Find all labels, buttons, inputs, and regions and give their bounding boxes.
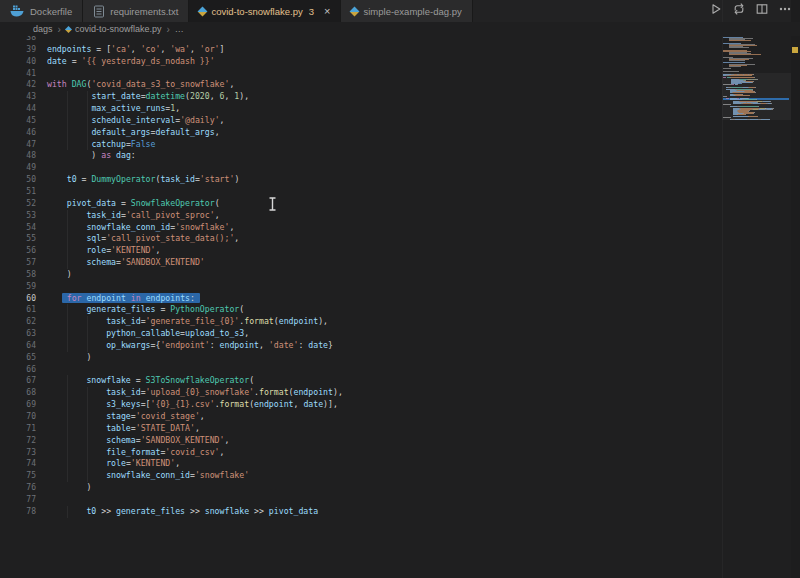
line-number[interactable]: 42 — [0, 79, 36, 91]
line-number[interactable]: 64 — [0, 340, 36, 352]
run-button[interactable] — [709, 2, 723, 20]
line-number[interactable]: 78 — [0, 506, 36, 518]
line-text: schedule_interval='@daily', — [47, 115, 225, 127]
line-number[interactable]: 65 — [0, 352, 36, 364]
code-line-42[interactable]: 42with DAG('covid_data_s3_to_snowflake', — [0, 79, 718, 91]
code-line-43[interactable]: 43 start_date=datetime(2020, 6, 1), — [0, 91, 718, 103]
code-line-59[interactable]: 59 — [0, 281, 718, 293]
code-line-68[interactable]: 68 task_id='upload_{0}_snowflake'.format… — [0, 387, 718, 399]
code-line-73[interactable]: 73 file_format='covid_csv', — [0, 447, 718, 459]
code-line-61[interactable]: 61 generate_files = PythonOperator( — [0, 304, 718, 316]
line-number[interactable]: 70 — [0, 411, 36, 423]
line-number[interactable]: 53 — [0, 210, 36, 222]
line-text: t0 >> generate_files >> snowflake >> piv… — [47, 506, 318, 518]
code-line-55[interactable]: 55 sql='call pivot_state_data();', — [0, 233, 718, 245]
line-number[interactable]: 63 — [0, 328, 36, 340]
close-icon[interactable]: × — [324, 6, 330, 17]
code-line-65[interactable]: 65 ) — [0, 352, 718, 364]
code-line-39[interactable]: 39endpoints = ['ca', 'co', 'wa', 'or'] — [0, 44, 718, 56]
code-line-66[interactable]: 66 — [0, 364, 718, 376]
mouse-cursor-ibeam-icon — [268, 197, 277, 211]
code-line-69[interactable]: 69 s3_keys=['{0}_{1}.csv'.format(endpoin… — [0, 399, 718, 411]
tab-covid-to-snowflake-py[interactable]: covid-to-snowflake.py3× — [189, 0, 341, 22]
line-number[interactable]: 47 — [0, 139, 36, 151]
breadcrumb-item[interactable]: covid-to-snowflake.py — [66, 24, 162, 34]
tab-requirements-txt[interactable]: requirements.txt — [83, 0, 189, 22]
line-number[interactable]: 66 — [0, 364, 36, 376]
code-line-60[interactable]: 60 for endpoint in endpoints: — [0, 293, 718, 305]
code-line-67[interactable]: 67 snowflake = S3ToSnowflakeOperator( — [0, 375, 718, 387]
line-number[interactable]: 62 — [0, 316, 36, 328]
line-number[interactable]: 74 — [0, 458, 36, 470]
line-number[interactable]: 69 — [0, 399, 36, 411]
line-number[interactable]: 56 — [0, 245, 36, 257]
code-line-71[interactable]: 71 table='STATE_DATA', — [0, 423, 718, 435]
code-line-75[interactable]: 75 snowflake_conn_id='snowflake' — [0, 470, 718, 482]
code-line-56[interactable]: 56 role='KENTEND', — [0, 245, 718, 257]
breadcrumb-item[interactable]: … — [175, 24, 184, 34]
code-line-51[interactable]: 51 — [0, 186, 718, 198]
code-line-64[interactable]: 64 op_kwargs={'endpoint': endpoint, 'dat… — [0, 340, 718, 352]
line-text: snowflake_conn_id='snowflake' — [47, 470, 249, 482]
line-text: t0 = DummyOperator(task_id='start') — [47, 174, 239, 186]
line-number[interactable]: 60 — [0, 293, 36, 305]
code-line-47[interactable]: 47 catchup=False — [0, 139, 718, 151]
line-number[interactable]: 40 — [0, 56, 36, 68]
code-line-74[interactable]: 74 role='KENTEND', — [0, 458, 718, 470]
line-number[interactable]: 46 — [0, 127, 36, 139]
code-line-41[interactable]: 41 — [0, 68, 718, 80]
code-line-57[interactable]: 57 schema='SANDBOX_KENTEND' — [0, 257, 718, 269]
line-number[interactable]: 55 — [0, 233, 36, 245]
code-line-49[interactable]: 49 — [0, 162, 718, 174]
code-line-72[interactable]: 72 schema='SANDBOX_KENTEND', — [0, 435, 718, 447]
line-number[interactable]: 43 — [0, 91, 36, 103]
code-line-44[interactable]: 44 max_active_runs=1, — [0, 103, 718, 115]
tab-simple-example-dag-py[interactable]: simple-example-dag.py — [341, 0, 472, 22]
breadcrumb-item[interactable]: dags — [33, 24, 53, 34]
code-line-54[interactable]: 54 snowflake_conn_id='snowflake', — [0, 222, 718, 234]
line-number[interactable]: 67 — [0, 375, 36, 387]
line-number[interactable]: 45 — [0, 115, 36, 127]
line-number[interactable]: 72 — [0, 435, 36, 447]
code-line-58[interactable]: 58 ) — [0, 269, 718, 281]
line-number[interactable]: 52 — [0, 198, 36, 210]
tab-dockerfile[interactable]: Dockerfile — [0, 0, 83, 22]
line-number[interactable]: 48 — [0, 150, 36, 162]
code-line-46[interactable]: 46 default_args=default_args, — [0, 127, 718, 139]
line-number[interactable]: 71 — [0, 423, 36, 435]
line-number[interactable]: 49 — [0, 162, 36, 174]
code-line-70[interactable]: 70 stage='covid_stage', — [0, 411, 718, 423]
code-editor[interactable]: 3839endpoints = ['ca', 'co', 'wa', 'or']… — [0, 32, 718, 518]
code-line-62[interactable]: 62 task_id='generate_file_{0}'.format(en… — [0, 316, 718, 328]
code-line-78[interactable]: 78 t0 >> generate_files >> snowflake >> … — [0, 506, 718, 518]
code-line-52[interactable]: 52 pivot_data = SnowflakeOperator( — [0, 198, 718, 210]
tab-badge: 3 — [309, 6, 314, 17]
code-line-40[interactable]: 40date = '{{ yesterday_ds_nodash }}' — [0, 56, 718, 68]
breadcrumb-label: … — [175, 24, 184, 34]
code-line-48[interactable]: 48 ) as dag: — [0, 150, 718, 162]
overview-ruler — [791, 0, 800, 578]
line-number[interactable]: 68 — [0, 387, 36, 399]
line-number[interactable]: 61 — [0, 304, 36, 316]
line-number[interactable]: 76 — [0, 482, 36, 494]
line-number[interactable]: 39 — [0, 44, 36, 56]
line-number[interactable]: 41 — [0, 68, 36, 80]
line-number[interactable]: 50 — [0, 174, 36, 186]
code-line-45[interactable]: 45 schedule_interval='@daily', — [0, 115, 718, 127]
code-line-50[interactable]: 50 t0 = DummyOperator(task_id='start') — [0, 174, 718, 186]
line-number[interactable]: 57 — [0, 257, 36, 269]
line-number[interactable]: 44 — [0, 103, 36, 115]
code-line-53[interactable]: 53 task_id='call_pivot_sproc', — [0, 210, 718, 222]
code-line-76[interactable]: 76 ) — [0, 482, 718, 494]
minimap[interactable] — [722, 0, 791, 578]
line-number[interactable]: 58 — [0, 269, 36, 281]
line-number[interactable]: 75 — [0, 470, 36, 482]
code-line-77[interactable]: 77 — [0, 494, 718, 506]
line-number[interactable]: 54 — [0, 222, 36, 234]
code-line-63[interactable]: 63 python_callable=upload_to_s3, — [0, 328, 718, 340]
tab-list: Dockerfilerequirements.txtcovid-to-snowf… — [0, 0, 473, 22]
line-number[interactable]: 73 — [0, 447, 36, 459]
line-number[interactable]: 59 — [0, 281, 36, 293]
line-number[interactable]: 77 — [0, 494, 36, 506]
line-number[interactable]: 51 — [0, 186, 36, 198]
